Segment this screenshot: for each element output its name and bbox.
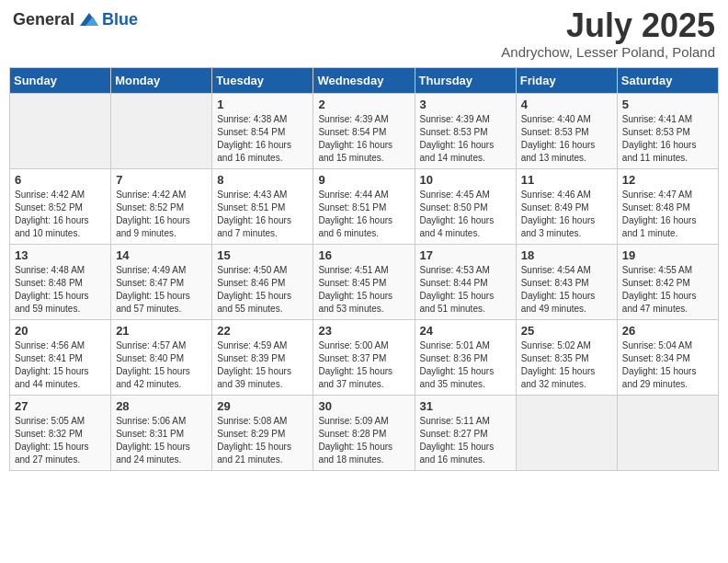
calendar-cell: 11Sunrise: 4:46 AM Sunset: 8:49 PM Dayli… bbox=[516, 169, 617, 245]
page-header: General Blue July 2025 Andrychow, Lesser… bbox=[9, 9, 719, 60]
day-detail: Sunrise: 4:56 AM Sunset: 8:41 PM Dayligh… bbox=[15, 339, 106, 391]
day-number: 4 bbox=[521, 98, 612, 111]
calendar-cell: 13Sunrise: 4:48 AM Sunset: 8:48 PM Dayli… bbox=[10, 245, 111, 320]
calendar-header-row: SundayMondayTuesdayWednesdayThursdayFrid… bbox=[10, 68, 719, 94]
day-number: 11 bbox=[521, 173, 612, 187]
calendar-cell: 20Sunrise: 4:56 AM Sunset: 8:41 PM Dayli… bbox=[10, 320, 111, 396]
calendar-cell: 1Sunrise: 4:38 AM Sunset: 8:54 PM Daylig… bbox=[212, 94, 313, 169]
calendar-cell: 12Sunrise: 4:47 AM Sunset: 8:48 PM Dayli… bbox=[617, 169, 718, 245]
day-number: 9 bbox=[318, 173, 409, 187]
calendar-cell bbox=[516, 396, 617, 471]
day-number: 13 bbox=[15, 248, 106, 262]
calendar-cell bbox=[111, 94, 212, 169]
day-detail: Sunrise: 4:48 AM Sunset: 8:48 PM Dayligh… bbox=[15, 264, 106, 316]
day-number: 20 bbox=[15, 324, 106, 338]
day-number: 25 bbox=[521, 324, 612, 338]
calendar-cell: 29Sunrise: 5:08 AM Sunset: 8:29 PM Dayli… bbox=[212, 396, 313, 471]
calendar-cell: 22Sunrise: 4:59 AM Sunset: 8:39 PM Dayli… bbox=[212, 320, 313, 396]
day-detail: Sunrise: 5:08 AM Sunset: 8:29 PM Dayligh… bbox=[217, 415, 308, 466]
day-detail: Sunrise: 4:41 AM Sunset: 8:53 PM Dayligh… bbox=[622, 113, 713, 165]
day-number: 15 bbox=[217, 248, 308, 262]
day-number: 16 bbox=[318, 248, 409, 262]
calendar-week-row: 1Sunrise: 4:38 AM Sunset: 8:54 PM Daylig… bbox=[10, 94, 719, 169]
day-detail: Sunrise: 4:39 AM Sunset: 8:53 PM Dayligh… bbox=[420, 113, 511, 165]
day-detail: Sunrise: 4:40 AM Sunset: 8:53 PM Dayligh… bbox=[521, 113, 612, 165]
calendar-cell: 4Sunrise: 4:40 AM Sunset: 8:53 PM Daylig… bbox=[516, 94, 617, 169]
day-number: 3 bbox=[420, 98, 511, 111]
day-number: 26 bbox=[622, 324, 713, 338]
calendar-cell: 21Sunrise: 4:57 AM Sunset: 8:40 PM Dayli… bbox=[111, 320, 212, 396]
day-number: 6 bbox=[15, 173, 106, 187]
day-detail: Sunrise: 4:44 AM Sunset: 8:51 PM Dayligh… bbox=[318, 189, 409, 240]
calendar-header-monday: Monday bbox=[111, 68, 212, 94]
calendar-cell bbox=[617, 396, 718, 471]
calendar-cell: 19Sunrise: 4:55 AM Sunset: 8:42 PM Dayli… bbox=[617, 245, 718, 320]
calendar-header-wednesday: Wednesday bbox=[313, 68, 415, 94]
day-number: 8 bbox=[217, 173, 308, 187]
day-number: 21 bbox=[116, 324, 207, 338]
day-detail: Sunrise: 5:05 AM Sunset: 8:32 PM Dayligh… bbox=[15, 415, 106, 466]
day-number: 29 bbox=[217, 399, 308, 413]
day-number: 24 bbox=[420, 324, 511, 338]
calendar-cell: 18Sunrise: 4:54 AM Sunset: 8:43 PM Dayli… bbox=[516, 245, 617, 320]
logo-general-text: General bbox=[13, 10, 74, 29]
calendar-cell: 27Sunrise: 5:05 AM Sunset: 8:32 PM Dayli… bbox=[10, 396, 111, 471]
day-detail: Sunrise: 5:02 AM Sunset: 8:35 PM Dayligh… bbox=[521, 339, 612, 391]
day-detail: Sunrise: 5:04 AM Sunset: 8:34 PM Dayligh… bbox=[622, 339, 713, 391]
calendar-cell: 10Sunrise: 4:45 AM Sunset: 8:50 PM Dayli… bbox=[415, 169, 516, 245]
day-detail: Sunrise: 4:47 AM Sunset: 8:48 PM Dayligh… bbox=[622, 189, 713, 240]
calendar-header-sunday: Sunday bbox=[10, 68, 111, 94]
calendar-cell: 26Sunrise: 5:04 AM Sunset: 8:34 PM Dayli… bbox=[617, 320, 718, 396]
day-number: 2 bbox=[318, 98, 409, 111]
day-detail: Sunrise: 4:42 AM Sunset: 8:52 PM Dayligh… bbox=[15, 189, 106, 240]
calendar-cell: 8Sunrise: 4:43 AM Sunset: 8:51 PM Daylig… bbox=[212, 169, 313, 245]
day-detail: Sunrise: 5:01 AM Sunset: 8:36 PM Dayligh… bbox=[420, 339, 511, 391]
calendar-cell: 15Sunrise: 4:50 AM Sunset: 8:46 PM Dayli… bbox=[212, 245, 313, 320]
calendar-cell: 17Sunrise: 4:53 AM Sunset: 8:44 PM Dayli… bbox=[415, 245, 516, 320]
day-number: 12 bbox=[622, 173, 713, 187]
day-number: 22 bbox=[217, 324, 308, 338]
calendar-cell: 23Sunrise: 5:00 AM Sunset: 8:37 PM Dayli… bbox=[313, 320, 415, 396]
day-detail: Sunrise: 5:00 AM Sunset: 8:37 PM Dayligh… bbox=[318, 339, 409, 391]
day-number: 19 bbox=[622, 248, 713, 262]
day-detail: Sunrise: 5:11 AM Sunset: 8:27 PM Dayligh… bbox=[420, 415, 511, 466]
day-number: 14 bbox=[116, 248, 207, 262]
day-detail: Sunrise: 4:54 AM Sunset: 8:43 PM Dayligh… bbox=[521, 264, 612, 316]
day-detail: Sunrise: 4:50 AM Sunset: 8:46 PM Dayligh… bbox=[217, 264, 308, 316]
calendar-cell: 14Sunrise: 4:49 AM Sunset: 8:47 PM Dayli… bbox=[111, 245, 212, 320]
day-detail: Sunrise: 4:49 AM Sunset: 8:47 PM Dayligh… bbox=[116, 264, 207, 316]
day-detail: Sunrise: 5:09 AM Sunset: 8:28 PM Dayligh… bbox=[318, 415, 409, 466]
day-detail: Sunrise: 4:38 AM Sunset: 8:54 PM Dayligh… bbox=[217, 113, 308, 165]
calendar-week-row: 27Sunrise: 5:05 AM Sunset: 8:32 PM Dayli… bbox=[10, 396, 719, 471]
day-number: 18 bbox=[521, 248, 612, 262]
calendar-table: SundayMondayTuesdayWednesdayThursdayFrid… bbox=[9, 67, 719, 471]
calendar-cell: 24Sunrise: 5:01 AM Sunset: 8:36 PM Dayli… bbox=[415, 320, 516, 396]
calendar-cell: 6Sunrise: 4:42 AM Sunset: 8:52 PM Daylig… bbox=[10, 169, 111, 245]
day-detail: Sunrise: 5:06 AM Sunset: 8:31 PM Dayligh… bbox=[116, 415, 207, 466]
calendar-cell: 3Sunrise: 4:39 AM Sunset: 8:53 PM Daylig… bbox=[415, 94, 516, 169]
day-number: 23 bbox=[318, 324, 409, 338]
day-number: 7 bbox=[116, 173, 207, 187]
day-number: 27 bbox=[15, 399, 106, 413]
calendar-cell: 31Sunrise: 5:11 AM Sunset: 8:27 PM Dayli… bbox=[415, 396, 516, 471]
calendar-header-saturday: Saturday bbox=[617, 68, 718, 94]
calendar-cell: 28Sunrise: 5:06 AM Sunset: 8:31 PM Dayli… bbox=[111, 396, 212, 471]
day-detail: Sunrise: 4:57 AM Sunset: 8:40 PM Dayligh… bbox=[116, 339, 207, 391]
day-detail: Sunrise: 4:59 AM Sunset: 8:39 PM Dayligh… bbox=[217, 339, 308, 391]
calendar-cell bbox=[10, 94, 111, 169]
day-detail: Sunrise: 4:42 AM Sunset: 8:52 PM Dayligh… bbox=[116, 189, 207, 240]
day-detail: Sunrise: 4:46 AM Sunset: 8:49 PM Dayligh… bbox=[521, 189, 612, 240]
calendar-header-friday: Friday bbox=[516, 68, 617, 94]
day-detail: Sunrise: 4:43 AM Sunset: 8:51 PM Dayligh… bbox=[217, 189, 308, 240]
title-block: July 2025 Andrychow, Lesser Poland, Pola… bbox=[501, 9, 715, 60]
calendar-header-tuesday: Tuesday bbox=[212, 68, 313, 94]
day-detail: Sunrise: 4:39 AM Sunset: 8:54 PM Dayligh… bbox=[318, 113, 409, 165]
month-title: July 2025 bbox=[501, 9, 715, 42]
logo: General Blue bbox=[13, 9, 138, 29]
day-detail: Sunrise: 4:45 AM Sunset: 8:50 PM Dayligh… bbox=[420, 189, 511, 240]
calendar-cell: 9Sunrise: 4:44 AM Sunset: 8:51 PM Daylig… bbox=[313, 169, 415, 245]
calendar-week-row: 6Sunrise: 4:42 AM Sunset: 8:52 PM Daylig… bbox=[10, 169, 719, 245]
day-detail: Sunrise: 4:51 AM Sunset: 8:45 PM Dayligh… bbox=[318, 264, 409, 316]
calendar-week-row: 20Sunrise: 4:56 AM Sunset: 8:41 PM Dayli… bbox=[10, 320, 719, 396]
day-number: 30 bbox=[318, 399, 409, 413]
